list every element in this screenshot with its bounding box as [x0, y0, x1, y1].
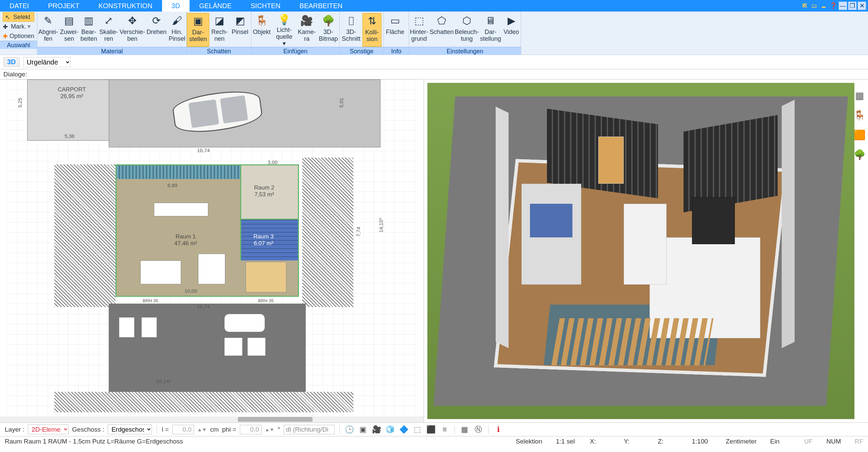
materials-palette-icon[interactable]: 🟧 [854, 129, 865, 141]
camera-icon[interactable]: 🎥 [372, 424, 382, 435]
hintergrund-button[interactable]: ⬚Hinter- grund [409, 13, 429, 47]
options-button[interactable]: ✚Optionen [3, 31, 34, 41]
status-rf: RF [855, 438, 863, 445]
insert-kamera-button[interactable]: 🎥Kame- ra [296, 13, 317, 47]
schatten-pinsel-button[interactable]: ◩Pinsel [230, 13, 250, 47]
camera-icon: 🎥 [300, 14, 314, 28]
group-einstellungen-label: Einstellungen [409, 47, 521, 55]
material-drehen-button[interactable]: ⟳Drehen [146, 13, 167, 47]
btn-label: Verschie- ben [120, 29, 145, 42]
dialog-label: Dialoge: [3, 71, 27, 78]
vegetation-icon[interactable]: 🌳 [854, 149, 865, 160]
display-icon: 🖥 [483, 14, 498, 28]
btn-label: Drehen [146, 29, 166, 35]
room1-label: Raum 147,46 m² [174, 233, 197, 247]
lightbulb-icon: 💡 [277, 14, 291, 26]
help-icon[interactable]: ❓ [829, 2, 837, 10]
tools-icon[interactable]: 🛠 [801, 2, 809, 10]
menu-konstruktion[interactable]: KONSTRUKTION [89, 0, 162, 12]
outline-icon[interactable]: ⬚ [412, 424, 423, 435]
menu-bearbeiten[interactable]: BEARBEITEN [290, 0, 352, 12]
menu-datei[interactable]: DATEI [0, 0, 38, 12]
menu-3d[interactable]: 3D [162, 0, 190, 12]
dim-bottom-w: 15,14⁵ [156, 378, 171, 384]
l-input[interactable] [172, 425, 194, 434]
filled-icon[interactable]: ⬛ [426, 424, 436, 435]
material-verschieben-button[interactable]: ✥Verschie- ben [119, 13, 146, 47]
brh-label-1: BRH 35 [143, 298, 158, 303]
l-label: l = [162, 426, 169, 433]
cube-icon[interactable]: 🧊 [385, 424, 395, 435]
schatten-settings-button[interactable]: ⬠Schatten [429, 13, 454, 47]
layers-bar-icon[interactable]: ≡ [440, 424, 450, 435]
select-mode-button[interactable]: ↖Selekt [3, 12, 34, 22]
furniture-icon[interactable]: 🪑 [854, 109, 865, 121]
minimize-icon[interactable]: — [839, 2, 847, 10]
floorplan-2d-pane[interactable]: CARPORT26,95 m² 5,38 5,25 10,74 5,01 Rau… [0, 79, 424, 422]
menu-sichten[interactable]: SICHTEN [241, 0, 290, 12]
grid-icon[interactable]: ▦ [460, 424, 470, 435]
background-icon: ⬚ [412, 14, 426, 28]
lighting-icon: ⬡ [460, 14, 474, 28]
material-hinpinsel-button[interactable]: 🖌Hin. Pinsel [167, 13, 187, 47]
insert-lichtquelle-button[interactable]: 💡Licht- quelle ▾ [272, 13, 296, 47]
frame-icon[interactable]: ▣ [358, 424, 368, 435]
dim-carport-w: 5,38 [65, 133, 74, 139]
group-sonstige-label: Sonstige [340, 47, 384, 55]
btn-label: Objekt [253, 29, 271, 35]
insert-3dbitmap-button[interactable]: 🌳3D- Bitmap [317, 13, 339, 47]
collision-icon: ⇅ [365, 14, 379, 28]
terrain-select[interactable]: Urgelände [23, 57, 71, 67]
brush-icon: 🖌 [170, 14, 184, 28]
layers-icon[interactable]: ▦ [854, 90, 865, 101]
info-icon[interactable]: ℹ [493, 424, 503, 435]
group-material-label: Material [37, 47, 187, 55]
material-skalieren-button[interactable]: ⤢Skalie- ren [98, 13, 119, 47]
hscrollbar-2d[interactable] [0, 416, 424, 422]
dim-h-right: 14,10⁵ [378, 218, 384, 233]
mark-mode-button[interactable]: ✚Mark.▾ [3, 22, 34, 31]
material-bearbeiten-button[interactable]: ▥Bear- beiten [79, 13, 98, 47]
flaeche-button[interactable]: ▭Fläche [384, 13, 406, 47]
dim-lower-w: 10,74 [197, 304, 210, 309]
material-abgreifen-button[interactable]: ✎Abgrei- fen [37, 13, 59, 47]
section-icon: ⌷ [344, 14, 358, 28]
menu-projekt[interactable]: PROJEKT [38, 0, 89, 12]
render-3d-pane[interactable]: ▦ 🪑 🟧 🌳 [424, 79, 868, 422]
btn-label: Rech- nen [211, 29, 228, 42]
view-select-bar: 3D Urgelände [0, 55, 868, 69]
btn-label: Skalie- ren [99, 29, 118, 42]
darstellung-button[interactable]: 🖥Dar- stellung [479, 13, 502, 47]
video-button[interactable]: ▶Video [502, 13, 521, 47]
clock-icon[interactable]: 🕒 [344, 424, 355, 435]
schatten-rechnen-button[interactable]: ◪Rech- nen [209, 13, 230, 47]
close-icon[interactable]: ✕ [858, 2, 866, 10]
view-3d-badge[interactable]: 3D [3, 57, 20, 67]
material-zuweisen-button[interactable]: ▤Zuwei- sen [59, 13, 79, 47]
maximize-icon[interactable]: ❐ [848, 2, 856, 10]
group-einfuegen-label: Einfügen [251, 47, 339, 55]
3d-schnitt-button[interactable]: ⌷3D- Schnitt [340, 13, 362, 47]
insert-objekt-button[interactable]: 🪑Objekt [251, 13, 272, 47]
layer-select[interactable]: 2D-Elemen [28, 424, 69, 434]
north-icon[interactable]: Ⓝ [473, 424, 483, 435]
room3-label: Raum 36,07 m² [253, 233, 274, 247]
phi-input[interactable] [240, 425, 262, 434]
btn-label: Beleuch- tung [455, 29, 479, 42]
panel-a-icon[interactable]: 🗂 [810, 2, 818, 10]
btn-label: Licht- quelle ▾ [274, 26, 294, 47]
menu-gelaende[interactable]: GELÄNDE [190, 0, 241, 12]
panel-b-icon[interactable]: 🗕 [820, 2, 828, 10]
status-num: NUM [826, 438, 841, 445]
dl-input[interactable] [284, 425, 335, 434]
btn-label: Dar- stellen [189, 29, 207, 42]
diamond-icon[interactable]: 🔷 [399, 424, 409, 435]
scale-icon: ⤢ [102, 14, 116, 28]
ribbon: ↖Selekt ✚Mark.▾ ✚Optionen Auswahl ✎Abgre… [0, 12, 868, 55]
beleuchtung-button[interactable]: ⬡Beleuch- tung [454, 13, 479, 47]
kollision-button[interactable]: ⇅Kolli- sion [362, 13, 382, 47]
options-label: Optionen [10, 33, 34, 40]
geschoss-select[interactable]: Erdgeschos [108, 424, 152, 434]
status-z: Z: [658, 438, 678, 445]
schatten-darstellen-button[interactable]: ▣Dar- stellen [187, 13, 209, 47]
